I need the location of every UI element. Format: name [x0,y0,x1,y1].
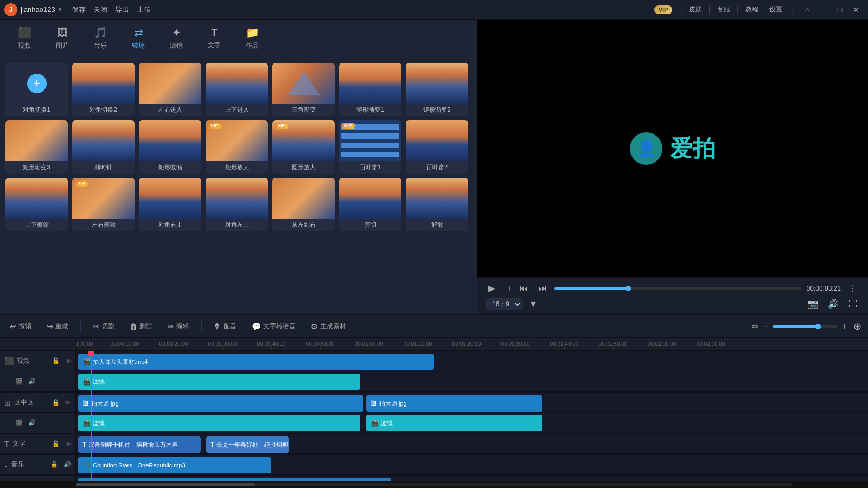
save-button[interactable]: 保存 [72,5,86,15]
app-arrow: ▼ [58,7,63,12]
video-eye-icon[interactable]: 👁 [65,358,71,364]
dubbing-clip[interactable]: 🎙 语音 [78,478,391,481]
timeline-tracks[interactable]: 00:00:00:00 00:00:10:00 00:00:20:00 00:0… [76,338,868,481]
tab-photo[interactable]: 🖼 图片 [43,22,81,55]
overlay-lock-icon[interactable]: 🔓 [52,399,60,406]
transition-card-14[interactable]: 百叶窗2 [406,120,468,174]
redo-label: 重做 [55,322,68,331]
transition-card-6[interactable]: 矩形渐变1 [339,63,401,116]
dubbing-button[interactable]: 🎙 配音 [210,319,240,333]
export-button[interactable]: 导出 [115,5,129,15]
upload-button[interactable]: 上传 [137,5,151,15]
transition-card-10[interactable]: 矩形收缩 [139,120,201,174]
fullscreen-button[interactable]: ⛶ [846,298,859,310]
vip-badge[interactable]: VIP [654,5,673,14]
overlay-clip-2[interactable]: 🖼 拍大师.jpg [366,395,542,412]
text-clip-2-icon: T [210,441,214,448]
generate-button[interactable]: ⚙ 生成素材 [308,319,349,333]
transition-card-20[interactable]: 剪切 [339,178,401,231]
zoom-out-button[interactable]: − [763,322,768,331]
fit-button[interactable]: ⇔ [751,321,758,331]
skin-link[interactable]: 皮肤 [689,5,702,14]
video-filter-vol[interactable]: 🔊 [28,378,36,385]
next-frame-button[interactable]: ⏭ [536,282,549,294]
transition-card-21[interactable]: 解散 [406,178,468,231]
tutorial-link[interactable]: 教程 [745,5,758,14]
transition-card-12[interactable]: VIP 圆形放大 [272,120,335,174]
prev-frame-button[interactable]: ⏮ [518,282,531,294]
tab-transition[interactable]: ⇄ 转场 [119,22,157,55]
track-label-music: ♩ 音乐 🔓 🔊 [0,454,75,474]
cut-button[interactable]: ✂ 切割 [90,319,118,333]
add-transition-card[interactable]: + 对角切换1 [5,63,68,116]
text-clip-1[interactable]: T 沉舟侧畔千帆过，病树前头万木春 [78,436,201,453]
transition-card-4[interactable]: 上下进入 [206,63,268,116]
home-button[interactable]: ⌂ [800,2,815,17]
transition-card-5[interactable]: 三角渐变 [272,63,335,116]
close-button[interactable]: 关闭 [93,5,107,15]
zoom-slider[interactable] [773,325,838,328]
screenshot-button[interactable]: 📷 [805,298,820,310]
text-clip-2[interactable]: T 最是一年春好处，绝胜烟柳满... [206,436,289,453]
progress-bar[interactable] [554,287,801,290]
transition-card-16[interactable]: VIP 左右擦除 [72,178,135,231]
zoom-in-button[interactable]: + [842,322,847,331]
video-filter-clip[interactable]: 🎬 滤镜 [78,374,360,390]
edit-button[interactable]: ✏ 编辑 [164,319,193,333]
transition-thumb-9 [72,120,135,161]
text-eye-icon[interactable]: 👁 [65,441,71,447]
video-lock-icon[interactable]: 🔓 [52,357,60,364]
maximize-button[interactable]: □ [832,2,847,17]
support-link[interactable]: 客服 [717,5,730,14]
speech-button[interactable]: 💬 文字转语音 [248,319,299,333]
close-window-button[interactable]: ✕ [848,2,864,17]
transition-card-11[interactable]: VIP 矩形放大 [206,120,268,174]
video-clip[interactable]: 🎬 拍大咖片头素材.mp4 [78,354,434,370]
minimize-button[interactable]: ─ [816,2,831,17]
tab-music[interactable]: 🎵 音乐 [81,22,119,55]
delete-label: 删除 [139,322,152,331]
volume-button[interactable]: 🔊 [826,298,841,310]
music-vol-icon[interactable]: 🔊 [63,461,71,468]
add-track-button[interactable]: ⊕ [853,320,861,332]
tab-video[interactable]: ⬛ 视频 [5,22,43,55]
overlay-eye-icon[interactable]: 👁 [65,400,71,406]
overlay-filter-vol[interactable]: 🔊 [28,419,36,426]
transition-card-17[interactable]: 对角右上 [139,178,201,231]
music-clip[interactable]: 🎵 Counting Stars - OneRepublic.mp3 [78,457,271,473]
undo-button[interactable]: ↩ 撤销 [7,319,35,333]
aspect-ratio-select[interactable]: 16：9 9：16 1：1 [486,298,522,310]
delete-button[interactable]: 🗑 删除 [126,319,156,333]
timeline-inner: ⬛ 视频 🔓 👁 🎬 🔊 ⊞ 画中画 🔓 👁 🎬 🔊 [0,338,868,481]
h-scroll-track[interactable] [76,483,792,486]
transition-label-20: 剪切 [339,219,401,231]
playhead-top [88,351,94,356]
overlay-clip-1[interactable]: 🖼 拍大师.jpg [78,395,363,412]
transition-card-19[interactable]: 从左到右 [272,178,335,231]
tab-work[interactable]: 📁 作品 [233,22,271,55]
transition-card-9[interactable]: 顺时针 [72,120,135,174]
time-expand-button[interactable]: ⋮ [846,282,859,294]
h-scrollbar[interactable] [0,481,868,488]
h-scroll-thumb[interactable] [76,483,255,486]
transition-card-3[interactable]: 左右进入 [139,63,201,116]
overlay-filter-clip-2[interactable]: 🎬 滤镜 [366,415,542,431]
text-icon: T [212,27,218,38]
transition-card-15[interactable]: 上下擦除 [5,178,68,231]
overlay-filter-clip-1[interactable]: 🎬 滤镜 [78,415,360,431]
ratio-expand-button[interactable]: ▼ [527,298,540,310]
transition-card-7[interactable]: 矩形渐变2 [406,63,468,116]
redo-button[interactable]: ↪ 重做 [43,319,72,333]
music-lock-icon[interactable]: 🔓 [50,461,58,468]
play-button[interactable]: ▶ [486,282,497,294]
transition-card-18[interactable]: 对角左上 [206,178,268,231]
transition-label-2: 对角切换2 [72,104,135,116]
transition-card-13[interactable]: VIP 百叶窗1 [339,120,401,174]
transition-card-8[interactable]: 矩形渐变3 [5,120,68,174]
tab-text[interactable]: T 文字 [195,22,233,55]
text-lock-icon[interactable]: 🔓 [52,440,60,447]
aspect-button[interactable]: □ [502,282,512,294]
tab-filter[interactable]: ✦ 滤镜 [157,22,195,55]
settings-link[interactable]: 设置 [769,5,782,14]
transition-card-2[interactable]: 对角切换2 [72,63,135,116]
